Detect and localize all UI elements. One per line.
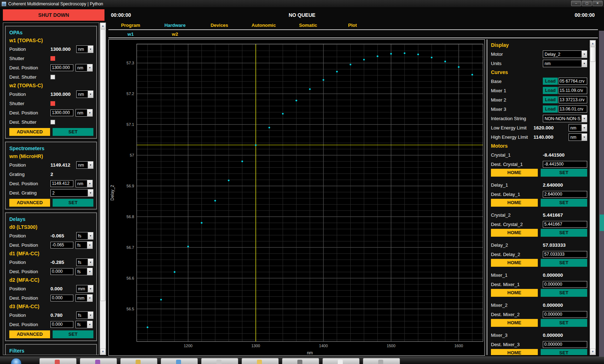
dest-position-unit-select[interactable]: nm▼ <box>76 180 93 187</box>
taskbar-app-button[interactable] <box>282 358 319 364</box>
chevron-down-icon[interactable]: ▼ <box>88 162 93 168</box>
load-mixer-1-button[interactable]: Load <box>543 87 558 94</box>
home-crystal-2-button[interactable]: HOME <box>491 229 538 237</box>
set-button[interactable]: SET <box>53 199 93 207</box>
chevron-down-icon[interactable]: ▼ <box>88 259 93 266</box>
dest-position-input[interactable] <box>50 295 73 301</box>
position-unit-select[interactable]: nm▼ <box>76 161 93 169</box>
base-curve-file-input[interactable] <box>559 78 587 85</box>
mixer-3-curve-file-input[interactable] <box>559 105 587 113</box>
chevron-down-icon[interactable]: ▼ <box>87 242 92 249</box>
chevron-down-icon[interactable]: ▼ <box>88 46 93 53</box>
advanced-button[interactable]: ADVANCED <box>9 199 50 207</box>
dest-position-unit-select[interactable]: fs▼ <box>76 268 93 275</box>
set-mixer-2-button[interactable]: SET <box>541 319 588 327</box>
dest-grating-select[interactable]: 2▼ <box>50 189 93 197</box>
load-mixer-3-button[interactable]: Load <box>543 105 558 113</box>
chevron-down-icon[interactable]: ▼ <box>87 268 92 275</box>
taskbar-app-button[interactable] <box>120 358 157 364</box>
taskbar-app-button[interactable] <box>363 358 400 364</box>
chevron-down-icon[interactable]: ▼ <box>87 295 92 301</box>
tab-program[interactable]: Program <box>108 22 153 29</box>
home-crystal-1-button[interactable]: HOME <box>491 169 538 177</box>
chevron-down-icon[interactable]: ▼ <box>581 134 587 141</box>
home-mixer-1-button[interactable]: HOME <box>491 289 538 297</box>
dest-position-unit-select[interactable]: fs▼ <box>76 241 93 249</box>
scroll-down-icon[interactable]: ▼ <box>590 349 595 355</box>
position-unit-select[interactable]: fs▼ <box>76 311 93 319</box>
mixer-2-curve-file-input[interactable] <box>559 96 587 103</box>
home-delay-2-button[interactable]: HOME <box>491 259 538 267</box>
right-scrollbar[interactable]: ▲ ▼ <box>590 40 596 355</box>
tab-hardware[interactable]: Hardware <box>153 22 197 29</box>
advanced-button[interactable]: ADVANCED <box>9 330 50 338</box>
dest-shutter-checkbox[interactable] <box>50 120 55 124</box>
chevron-down-icon[interactable]: ▼ <box>581 51 587 58</box>
position-unit-select[interactable]: fs▼ <box>76 259 93 266</box>
chevron-down-icon[interactable]: ▼ <box>581 124 587 131</box>
taskbar-app-button[interactable] <box>242 358 279 364</box>
set-crystal-1-button[interactable]: SET <box>541 169 588 177</box>
units-select[interactable]: nm ▼ <box>543 60 587 67</box>
dest-position-input[interactable] <box>50 242 73 249</box>
dest-position-unit-select[interactable]: nm▼ <box>76 64 93 72</box>
scroll-down-icon[interactable]: ▼ <box>100 349 106 355</box>
dest-crystal-1-input[interactable] <box>543 161 587 168</box>
set-crystal-2-button[interactable]: SET <box>541 229 588 237</box>
chevron-down-icon[interactable]: ▼ <box>87 321 92 328</box>
dest-position-input[interactable] <box>50 321 73 328</box>
chevron-down-icon[interactable]: ▼ <box>88 285 93 292</box>
tab-devices[interactable]: Devices <box>197 22 242 29</box>
scroll-up-icon[interactable]: ▲ <box>590 40 595 46</box>
position-unit-select[interactable]: mm▼ <box>76 285 93 292</box>
taskbar-app-button[interactable] <box>322 358 360 364</box>
set-delay-1-button[interactable]: SET <box>541 199 588 207</box>
scroll-up-icon[interactable]: ▲ <box>100 23 106 29</box>
chevron-down-icon[interactable]: ▼ <box>87 109 92 116</box>
dest-position-unit-select[interactable]: nm▼ <box>76 109 93 117</box>
dest-position-unit-select[interactable]: mm▼ <box>76 294 93 302</box>
dest-position-input[interactable] <box>50 64 73 71</box>
mixer-1-curve-file-input[interactable] <box>559 87 587 94</box>
taskbar-app-button[interactable] <box>161 358 198 364</box>
chevron-down-icon[interactable]: ▼ <box>88 232 93 239</box>
right-scrollbar-thumb[interactable] <box>590 47 595 62</box>
chevron-down-icon[interactable]: ▼ <box>88 190 93 196</box>
start-button-icon[interactable] <box>11 358 21 364</box>
position-unit-select[interactable]: nm▼ <box>76 90 93 98</box>
dest-mixer-3-input[interactable] <box>543 341 587 348</box>
left-scrollbar-thumb[interactable] <box>100 29 106 301</box>
dest-position-input[interactable] <box>50 109 73 116</box>
low-energy-unit-select[interactable]: nm ▼ <box>569 124 587 132</box>
taskbar-app-button[interactable] <box>80 358 117 364</box>
maximize-button[interactable]: ▢ <box>582 1 592 6</box>
home-mixer-3-button[interactable]: HOME <box>491 349 538 355</box>
chevron-down-icon[interactable]: ▼ <box>87 64 92 71</box>
subtab-w2[interactable]: w2 <box>153 31 197 38</box>
tab-autonomic[interactable]: Autonomic <box>242 22 286 29</box>
taskbar-app-button[interactable] <box>39 358 77 364</box>
load-mixer-2-button[interactable]: Load <box>543 96 558 103</box>
dest-mixer-1-input[interactable] <box>543 281 587 288</box>
dest-crystal-2-input[interactable] <box>543 221 587 228</box>
set-mixer-1-button[interactable]: SET <box>541 289 588 297</box>
set-mixer-3-button[interactable]: SET <box>541 349 588 355</box>
home-delay-1-button[interactable]: HOME <box>491 199 538 207</box>
set-delay-2-button[interactable]: SET <box>541 259 588 267</box>
load-base-button[interactable]: Load <box>543 78 558 85</box>
taskbar-app-button[interactable] <box>201 358 238 364</box>
dest-delay-1-input[interactable] <box>543 191 587 198</box>
tab-plot[interactable]: Plot <box>330 22 375 29</box>
dest-position-input[interactable] <box>50 268 73 275</box>
advanced-button[interactable]: ADVANCED <box>9 128 50 136</box>
position-unit-select[interactable]: fs▼ <box>76 232 93 240</box>
subtab-w1[interactable]: w1 <box>108 31 153 38</box>
position-unit-select[interactable]: nm▼ <box>76 45 93 53</box>
high-energy-unit-select[interactable]: nm ▼ <box>569 133 587 141</box>
chevron-down-icon[interactable]: ▼ <box>88 312 93 319</box>
chevron-down-icon[interactable]: ▼ <box>581 60 587 67</box>
dest-position-input[interactable] <box>50 180 73 187</box>
chevron-down-icon[interactable]: ▼ <box>87 180 92 187</box>
dest-shutter-checkbox[interactable] <box>50 75 55 79</box>
dest-position-unit-select[interactable]: fs▼ <box>76 321 93 328</box>
